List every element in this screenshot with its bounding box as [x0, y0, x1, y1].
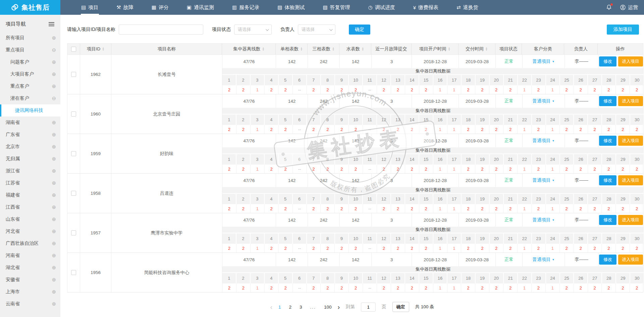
sidebar-item[interactable]: 广西壮族自治区⊕ [0, 237, 60, 250]
goto-confirm-button[interactable]: 确定 [392, 302, 409, 312]
page-number[interactable]: 2 [289, 305, 292, 310]
prev-page-icon[interactable]: ‹ [270, 304, 272, 310]
sidebar-item[interactable]: 问题客户⊕ [0, 56, 60, 68]
nav-item-experience-test[interactable]: ▨体验测试 [276, 0, 306, 15]
nav-item-comm-monitor[interactable]: ▣通讯监测 [185, 0, 215, 15]
sidebar-item[interactable]: 北京市⊕ [0, 141, 60, 153]
category-dropdown[interactable]: 普通项目 [533, 217, 555, 223]
confirm-button[interactable]: 确定 [349, 25, 370, 35]
sidebar-item[interactable]: 所有项目⊕ [0, 32, 60, 44]
expand-plus-icon[interactable]: ⊕ [52, 192, 56, 198]
sidebar-item[interactable]: 重点项目⊖ [0, 44, 60, 56]
row-checkbox[interactable] [71, 230, 76, 235]
sidebar-item[interactable]: 上海市⊕ [0, 286, 60, 298]
expand-plus-icon[interactable]: ⊕ [52, 180, 56, 186]
search-input[interactable] [119, 25, 203, 35]
nav-item-ratings[interactable]: ▦评分 [150, 0, 170, 15]
nav-item-payment-reports[interactable]: ¥缴费报表 [412, 0, 440, 15]
user-menu[interactable]: 运营 [620, 4, 638, 11]
nav-item-projects[interactable]: ▤项目 [80, 0, 100, 15]
enter-project-button[interactable]: 进入项目 [618, 175, 643, 185]
page-number[interactable]: 3 [300, 305, 302, 310]
sidebar-item[interactable]: 江苏省⊕ [0, 177, 60, 189]
page-number[interactable]: 1 [278, 305, 281, 310]
brand[interactable]: 集社售后 [0, 0, 60, 15]
sidebar-item[interactable]: 广东省⊕ [0, 129, 60, 141]
sidebar-item[interactable]: 无归属⊕ [0, 153, 60, 165]
sidebar-item[interactable]: 重点客户⊕ [0, 80, 60, 92]
next-page-icon[interactable]: › [337, 304, 340, 310]
category-dropdown[interactable]: 普通项目 [533, 177, 555, 183]
category-dropdown[interactable]: 普通项目 [533, 138, 555, 144]
expand-plus-icon[interactable]: ⊕ [52, 35, 56, 41]
owner-select[interactable]: 请选择 [298, 25, 335, 35]
sort-icon[interactable] [262, 47, 264, 51]
sidebar-item[interactable]: 河北省⊕ [0, 225, 60, 237]
expand-plus-icon[interactable]: ⊕ [52, 228, 56, 234]
nav-item-service-records[interactable]: ▥服务记录 [231, 0, 261, 15]
sidebar-item[interactable]: 浙江省⊕ [0, 165, 60, 177]
sidebar-item[interactable]: 大项目客户⊕ [0, 68, 60, 80]
expand-plus-icon[interactable]: ⊕ [52, 289, 56, 295]
sidebar-item[interactable]: 河南省⊕ [0, 250, 60, 262]
nav-item-returns[interactable]: ⇄退换货 [455, 0, 480, 15]
row-checkbox[interactable] [71, 151, 76, 156]
sidebar-item[interactable]: 安徽省⊕ [0, 274, 60, 286]
sort-icon[interactable] [332, 47, 334, 51]
goto-page-input[interactable] [361, 303, 376, 312]
enter-project-button[interactable]: 进入项目 [618, 136, 643, 146]
notifications-button[interactable] [606, 4, 612, 11]
status-select[interactable]: 请选择 [234, 25, 272, 35]
enter-project-button[interactable]: 进入项目 [618, 215, 643, 225]
sidebar-item[interactable]: 湖北省⊕ [0, 262, 60, 274]
enter-project-button[interactable]: 进入项目 [618, 96, 643, 106]
expand-plus-icon[interactable]: ⊕ [52, 59, 56, 65]
enter-project-button[interactable]: 进入项目 [618, 255, 643, 265]
sidebar-item[interactable]: 湖南省⊕ [0, 117, 60, 129]
expand-plus-icon[interactable]: ⊕ [52, 253, 56, 259]
sidebar-item[interactable]: 捷讯网络科技 [0, 104, 60, 117]
expand-plus-icon[interactable]: ⊕ [52, 204, 56, 210]
sidebar-item[interactable]: 福建省⊕ [0, 189, 60, 201]
category-dropdown[interactable]: 普通项目 [533, 257, 555, 263]
edit-button[interactable]: 修改 [599, 175, 616, 185]
category-dropdown[interactable]: 普通项目 [533, 98, 555, 104]
enter-project-button[interactable]: 进入项目 [618, 56, 643, 66]
nav-item-reply-management[interactable]: ▧答复管理 [321, 0, 351, 15]
expand-plus-icon[interactable]: ⊕ [52, 144, 56, 150]
expand-minus-icon[interactable]: ⊖ [52, 47, 56, 53]
row-checkbox[interactable] [71, 191, 76, 196]
category-dropdown[interactable]: 普通项目 [533, 58, 555, 64]
expand-plus-icon[interactable]: ⊕ [52, 120, 56, 126]
expand-plus-icon[interactable]: ⊕ [52, 240, 56, 246]
expand-plus-icon[interactable]: ⊕ [52, 277, 56, 283]
expand-plus-icon[interactable]: ⊕ [52, 216, 56, 222]
row-checkbox[interactable] [71, 270, 76, 275]
sort-icon[interactable] [362, 47, 364, 51]
sidebar-item[interactable]: 江西省⊕ [0, 201, 60, 213]
edit-button[interactable]: 修改 [599, 215, 616, 225]
row-checkbox[interactable] [71, 72, 76, 77]
expand-plus-icon[interactable]: ⊕ [52, 132, 56, 138]
edit-button[interactable]: 修改 [599, 136, 616, 146]
sort-icon[interactable] [300, 47, 303, 51]
row-checkbox[interactable] [71, 111, 76, 117]
edit-button[interactable]: 修改 [599, 96, 616, 106]
nav-item-debug-progress[interactable]: ◷调试进度 [367, 0, 396, 15]
edit-button[interactable]: 修改 [599, 255, 616, 265]
sidebar-item[interactable]: 云南省⊕ [0, 298, 60, 310]
expand-plus-icon[interactable]: ⊕ [52, 156, 56, 162]
expand-plus-icon[interactable]: ⊕ [52, 301, 56, 307]
add-project-button[interactable]: 添加项目 [607, 25, 639, 35]
sort-icon[interactable] [102, 47, 104, 51]
nav-item-faults[interactable]: ⚒故障 [115, 0, 135, 15]
sidebar-item[interactable]: 潜在客户⊖ [0, 92, 60, 104]
sort-icon[interactable] [448, 47, 450, 51]
expand-plus-icon[interactable]: ⊕ [52, 83, 56, 89]
expand-plus-icon[interactable]: ⊕ [52, 265, 56, 271]
expand-plus-icon[interactable]: ⊕ [52, 168, 56, 174]
edit-button[interactable]: 修改 [599, 56, 616, 66]
menu-icon[interactable] [49, 24, 54, 25]
select-all-checkbox[interactable] [71, 47, 76, 52]
page-number[interactable]: 100 [324, 305, 332, 310]
